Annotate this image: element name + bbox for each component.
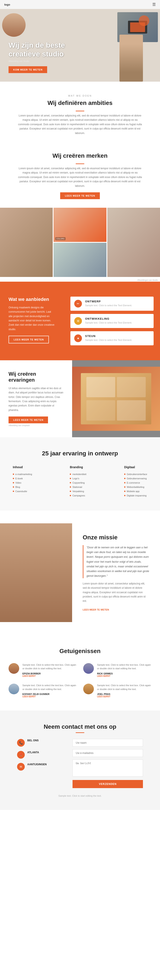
service-name-ontwikkeling: ONTWIKKELING <box>85 317 132 320</box>
section-label-wat: WAT WE DOEN <box>17 94 143 97</box>
form-field-name <box>73 739 143 747</box>
hero-content: Wij zijn de beste creatieve studio Afbee… <box>8 41 81 73</box>
missie-link[interactable]: LEES MEER TE WETEN <box>83 608 109 611</box>
testimonial-role-0[interactable]: LEES EERST <box>22 675 77 677</box>
list-item: Copywriting <box>70 480 86 485</box>
contact-icon-location: 📍 <box>17 751 25 759</box>
ervaringen-more-button[interactable]: LEES MEER TE WETEN <box>8 417 48 423</box>
testimonial-1: Sample text. Click to select the text bo… <box>83 663 152 677</box>
image-grid: COLORS <box>0 208 160 278</box>
message-input[interactable] <box>73 759 143 776</box>
ervaringen-left: Wij creëren ervaringen Ut tellus element… <box>0 360 72 437</box>
section-contact: Neem contact met ons op 📞 BEL ONS 📍 ATLA… <box>0 711 160 810</box>
contact-icon-mail: ✉ <box>17 763 25 771</box>
contact-footer-text: Sample text. Click to start editing the … <box>17 794 143 797</box>
list-item: Casestudie <box>13 489 32 493</box>
jaar-col-title-1: Branding <box>70 465 86 469</box>
hero-section: Wij zijn de beste creatieve studio Afbee… <box>0 9 160 82</box>
list-item: Webontwikkeling <box>124 485 147 489</box>
header: logo ☰ <box>0 0 160 9</box>
section-title-merken: Wij creëren merken <box>17 152 143 159</box>
service-card-ontwikkeling: ⚙ ONTWIKKELING Sample text. Click to sel… <box>70 314 154 328</box>
contact-form: VERZENDEN <box>73 739 143 788</box>
testimonial-2: Sample text. Click to select the text bo… <box>8 684 77 698</box>
testimonial-role-1[interactable]: LEES EERST <box>97 675 152 677</box>
missie-image-container <box>0 523 72 622</box>
contact-label-bel: BEL ONS <box>27 739 39 742</box>
avatar-2 <box>8 684 19 694</box>
section-text-merken: Lorem ipsum dolor sit amet, consectetur … <box>17 166 143 188</box>
name-input[interactable] <box>73 739 143 747</box>
contact-label-mail: AANTIJGINGEN <box>27 763 47 766</box>
service-desc-ontwikkeling: Sample text. Click to select the Text El… <box>85 321 132 324</box>
grid-caption: Afbeeldingen van Studio <box>0 278 160 282</box>
ervaringen-title: Wij creëren ervaringen <box>8 371 63 383</box>
getuigenissen-title: Getuigenissen <box>8 648 152 655</box>
aanbieden-left: Wat we aanbieden Ontvang maatwerk design… <box>0 292 64 350</box>
list-item: Logo's <box>70 476 86 480</box>
jaar-list-0: e-mailmarketing E-boek Video Blog Casest… <box>13 472 32 493</box>
list-item: Stationair <box>70 485 86 489</box>
section-ervaringen: Wij creëren ervaringen Ut tellus element… <box>0 360 160 437</box>
testimonial-name-2: EOFANY ZELB GUSBER <box>22 693 77 695</box>
jaar-col-title-2: Digitaal <box>124 465 147 469</box>
service-card-steun: ★ STEUN Sample text. Click to select the… <box>70 331 154 345</box>
contact-icon-phone: 📞 <box>17 739 25 747</box>
testimonial-text-2: Sample text. Click to select the text bo… <box>22 684 77 691</box>
testimonial-name-0: EPIZIA BORBER <box>22 672 77 675</box>
testimonial-role-2[interactable]: LEES EERST <box>22 695 77 698</box>
list-item: Digitale inspanning <box>124 493 147 498</box>
service-name-ontwerp: ONTWERP <box>85 300 132 303</box>
grid-image-3 <box>54 243 106 277</box>
contact-title: Neem contact met ons op <box>17 723 143 730</box>
list-item: Campagnes <box>70 493 86 498</box>
service-icon-ontwerp: ✏ <box>74 300 82 307</box>
missie-image <box>0 523 72 622</box>
section-25jaar: 25 jaar ervaring in ontwerp Inhoud e-mai… <box>0 437 160 511</box>
form-submit-button[interactable]: VERZENDEN <box>73 780 143 788</box>
list-item: Verpakking <box>70 489 86 493</box>
form-field-email <box>73 749 143 757</box>
testimonial-name-1: RICK GRIMES <box>97 672 152 675</box>
orange-divider-1 <box>76 111 84 111</box>
email-input[interactable] <box>73 749 143 757</box>
service-icon-steun: ★ <box>74 334 82 342</box>
avatar-3 <box>83 684 94 694</box>
section-wat-we-doen: WAT WE DOEN Wij definiëren ambities Lore… <box>0 82 160 148</box>
avatar-0 <box>8 663 19 674</box>
missie-quote: "Door dit te nemen om ook uit te leggen … <box>83 545 149 578</box>
aanbieden-more-button[interactable]: LEES MEER TE WETEN <box>8 336 49 344</box>
list-item: Video <box>13 480 32 485</box>
testimonial-name-3: JOEL PRAS <box>97 693 152 695</box>
ervaringen-caption: Afbeelding van Unsplash <box>8 425 63 426</box>
jaar-col-title-0: Inhoud <box>13 465 32 469</box>
contact-item-mail: ✉ AANTIJGINGEN <box>17 763 64 771</box>
contact-text-atlanta <box>27 755 39 758</box>
service-card-ontwerp: ✏ ONTWERP Sample text. Click to select t… <box>70 297 154 311</box>
orange-divider-2 <box>76 164 84 164</box>
jaar-col-branding: Branding merkidentiteit Logo's Copywriti… <box>70 465 86 498</box>
testimonial-0: Sample text. Click to select the text bo… <box>8 663 77 677</box>
hero-orange-dot <box>139 15 149 26</box>
section-missie: Onze missie "Door dit te nemen om ook ui… <box>0 511 160 635</box>
jaar-list-2: Gebruikersinterface Gebruikerservaring E… <box>124 472 147 498</box>
jaar-columns: Inhoud e-mailmarketing E-boek Video Blog… <box>13 465 147 498</box>
contact-item-atlanta: 📍 ATLANTA <box>17 751 64 759</box>
testimonial-text-0: Sample text. Click to select the text bo… <box>22 663 77 671</box>
missie-title: Onze missie <box>83 534 149 541</box>
testimonial-role-3[interactable]: LEES EERST <box>97 695 152 698</box>
orange-divider-contact <box>76 732 84 733</box>
section-text-ambities: Lorem ipsum dolor sit amet, consectetur … <box>17 113 143 135</box>
hero-avatar-circle <box>2 13 25 37</box>
missie-text: Lorem ipsum dolor sit amet, consectetur … <box>83 581 149 603</box>
jaar-list-1: merkidentiteit Logo's Copywriting Statio… <box>70 472 86 498</box>
service-desc-steun: Sample text. Click to select the Text El… <box>85 339 132 341</box>
menu-icon[interactable]: ☰ <box>152 2 156 7</box>
logo: logo <box>4 3 10 6</box>
hero-cta-button[interactable]: KOM MEER TE WETEN <box>8 66 47 73</box>
list-item: e-mailmarketing <box>13 472 32 476</box>
testimonial-3: Sample text. Click to select the text bo… <box>83 684 152 698</box>
merken-more-button[interactable]: LEES MEER TE WETEN <box>60 192 100 199</box>
testimonial-text-1: Sample text. Click to select the text bo… <box>97 663 152 671</box>
service-name-steun: STEUN <box>85 334 132 338</box>
